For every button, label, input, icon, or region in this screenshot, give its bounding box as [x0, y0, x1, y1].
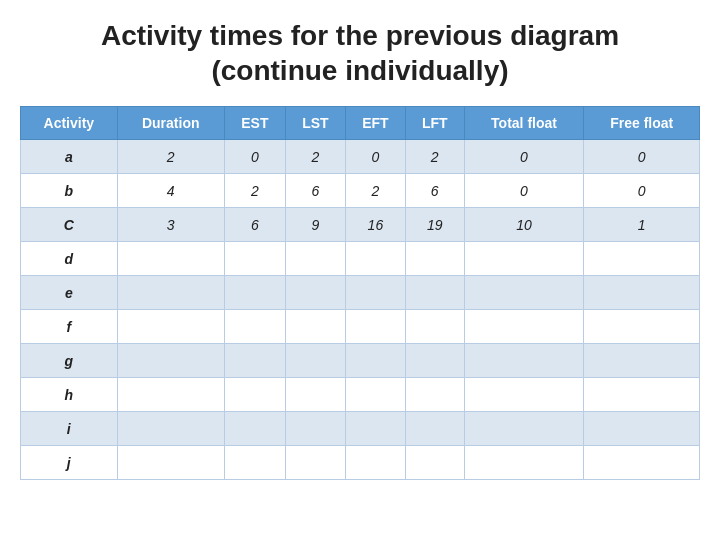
- data-cell: 0: [464, 174, 584, 208]
- data-cell: [117, 276, 224, 310]
- activity-cell: i: [21, 412, 118, 446]
- data-cell: [464, 310, 584, 344]
- data-cell: [405, 276, 464, 310]
- column-header: Free float: [584, 107, 700, 140]
- data-cell: [405, 242, 464, 276]
- data-cell: [464, 412, 584, 446]
- data-cell: [405, 310, 464, 344]
- data-cell: [224, 242, 285, 276]
- data-cell: [345, 446, 405, 480]
- data-cell: 16: [345, 208, 405, 242]
- data-cell: 6: [224, 208, 285, 242]
- data-cell: 2: [224, 174, 285, 208]
- activity-cell: j: [21, 446, 118, 480]
- column-header: LST: [285, 107, 345, 140]
- page-title: Activity times for the previous diagram …: [101, 18, 619, 88]
- data-cell: [584, 378, 700, 412]
- data-cell: [345, 276, 405, 310]
- data-cell: [224, 378, 285, 412]
- data-cell: [285, 412, 345, 446]
- data-cell: 2: [285, 140, 345, 174]
- data-cell: 0: [584, 140, 700, 174]
- data-cell: 6: [405, 174, 464, 208]
- data-cell: [224, 344, 285, 378]
- data-cell: [285, 378, 345, 412]
- data-cell: [117, 378, 224, 412]
- data-cell: 2: [117, 140, 224, 174]
- data-cell: [584, 276, 700, 310]
- activity-cell: C: [21, 208, 118, 242]
- data-cell: 10: [464, 208, 584, 242]
- data-cell: [345, 310, 405, 344]
- data-cell: 4: [117, 174, 224, 208]
- activity-cell: h: [21, 378, 118, 412]
- activity-cell: b: [21, 174, 118, 208]
- data-cell: [405, 412, 464, 446]
- data-cell: [584, 446, 700, 480]
- data-cell: [224, 310, 285, 344]
- data-cell: [117, 446, 224, 480]
- data-cell: 19: [405, 208, 464, 242]
- data-cell: [584, 242, 700, 276]
- data-cell: [464, 344, 584, 378]
- table-row: i: [21, 412, 700, 446]
- data-cell: [464, 276, 584, 310]
- data-cell: 1: [584, 208, 700, 242]
- column-header: Duration: [117, 107, 224, 140]
- data-cell: [285, 344, 345, 378]
- data-cell: 9: [285, 208, 345, 242]
- table-row: g: [21, 344, 700, 378]
- data-cell: [464, 446, 584, 480]
- data-cell: [405, 378, 464, 412]
- activity-cell: e: [21, 276, 118, 310]
- data-cell: 0: [224, 140, 285, 174]
- data-cell: [224, 412, 285, 446]
- column-header: EFT: [345, 107, 405, 140]
- data-cell: [464, 242, 584, 276]
- data-cell: [117, 242, 224, 276]
- column-header: Activity: [21, 107, 118, 140]
- data-cell: [285, 310, 345, 344]
- data-cell: [345, 412, 405, 446]
- data-cell: [285, 446, 345, 480]
- data-cell: [285, 276, 345, 310]
- table-body: a2020200b4262600C3691619101defghij: [21, 140, 700, 480]
- column-header: LFT: [405, 107, 464, 140]
- data-cell: 2: [405, 140, 464, 174]
- data-cell: [584, 344, 700, 378]
- data-cell: 6: [285, 174, 345, 208]
- table-row: a2020200: [21, 140, 700, 174]
- data-cell: [345, 378, 405, 412]
- activity-cell: d: [21, 242, 118, 276]
- data-cell: [405, 446, 464, 480]
- table-row: b4262600: [21, 174, 700, 208]
- table-row: h: [21, 378, 700, 412]
- table-header-row: ActivityDurationESTLSTEFTLFTTotal floatF…: [21, 107, 700, 140]
- page: Activity times for the previous diagram …: [0, 0, 720, 540]
- data-cell: [224, 446, 285, 480]
- column-header: EST: [224, 107, 285, 140]
- data-cell: [224, 276, 285, 310]
- data-cell: 0: [464, 140, 584, 174]
- data-cell: [117, 344, 224, 378]
- title-line1: Activity times for the previous diagram: [101, 20, 619, 51]
- data-cell: 3: [117, 208, 224, 242]
- data-cell: [117, 310, 224, 344]
- data-cell: [405, 344, 464, 378]
- data-cell: [345, 242, 405, 276]
- table-row: j: [21, 446, 700, 480]
- table-row: f: [21, 310, 700, 344]
- activity-table: ActivityDurationESTLSTEFTLFTTotal floatF…: [20, 106, 700, 480]
- data-cell: [464, 378, 584, 412]
- data-cell: [117, 412, 224, 446]
- data-cell: [584, 412, 700, 446]
- data-cell: 0: [584, 174, 700, 208]
- table-row: C3691619101: [21, 208, 700, 242]
- activity-cell: a: [21, 140, 118, 174]
- column-header: Total float: [464, 107, 584, 140]
- table-row: d: [21, 242, 700, 276]
- data-cell: [345, 344, 405, 378]
- activity-cell: f: [21, 310, 118, 344]
- data-cell: 0: [345, 140, 405, 174]
- table-row: e: [21, 276, 700, 310]
